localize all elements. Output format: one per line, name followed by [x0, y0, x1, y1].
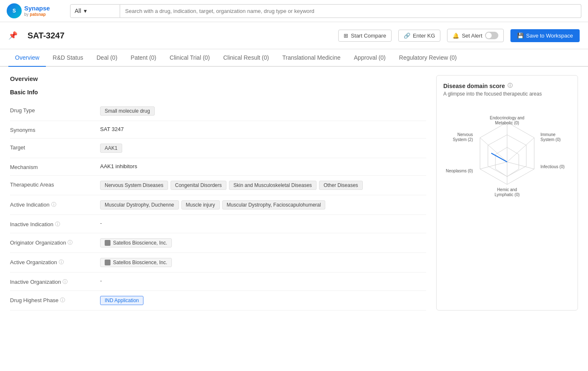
highest-phase-tag: IND Application [100, 296, 143, 305]
org-icon-2 [105, 260, 111, 265]
svg-text:System (0): System (0) [540, 137, 560, 142]
target-value: AAK1 [100, 144, 426, 153]
tab-deal-0[interactable]: Deal (0) [90, 49, 124, 67]
svg-line-7 [480, 162, 507, 169]
mechanism-value: AAK1 inhibitors [100, 163, 426, 169]
radar-svg: Endocrinology and Metabolic (0) Immune S… [443, 103, 571, 220]
enter-kg-label: Enter KG [413, 33, 435, 39]
tab-overview[interactable]: Overview [8, 49, 46, 67]
page-section-title: Overview [10, 75, 426, 82]
inactive-indication-label: Inactive Indication ⓘ [10, 220, 93, 228]
active-org-info-icon[interactable]: ⓘ [59, 259, 64, 266]
drug-type-value: Small molecule drug [100, 106, 426, 116]
active-indication-tag: Muscular Dystrophy, Facioscapulohumeral [222, 200, 326, 209]
highest-phase-info-icon[interactable]: ⓘ [60, 297, 65, 304]
target-label: Target [10, 144, 93, 151]
tab-clinical-trial-0[interactable]: Clinical Trial (0) [163, 49, 216, 67]
originator-org-value: Satellos Bioscience, Inc. [100, 238, 426, 247]
active-org-tag: Satellos Bioscience, Inc. [100, 258, 172, 267]
pin-icon: 📌 [8, 31, 18, 40]
tab-clinical-result-0[interactable]: Clinical Result (0) [216, 49, 276, 67]
active-indication-info-icon[interactable]: ⓘ [51, 201, 56, 208]
search-container: All ▾ [70, 4, 581, 18]
highest-phase-label: Drug Highest Phase ⓘ [10, 296, 93, 304]
synonyms-row: Synonyms SAT 3247 [10, 121, 426, 139]
start-compare-label: Start Compare [351, 33, 386, 39]
tab-r&d-status[interactable]: R&D Status [46, 49, 90, 67]
active-indication-tag: Muscle injury [181, 200, 220, 209]
active-org-label: Active Organization ⓘ [10, 258, 93, 266]
disease-domain-panel: Disease domain score ⓘ A glimpse into th… [436, 75, 578, 310]
save-workspace-button[interactable]: 💾 Save to Workspace [510, 29, 580, 42]
tab-translational-medicine[interactable]: Translational Medicine [276, 49, 347, 67]
highest-phase-row: Drug Highest Phase ⓘ IND Application [10, 291, 426, 310]
svg-text:Infectious (0): Infectious (0) [540, 164, 565, 169]
disease-panel-info-icon[interactable]: ⓘ [508, 82, 513, 89]
search-type-label: All [75, 8, 81, 14]
svg-text:Metabolic (0): Metabolic (0) [495, 121, 519, 125]
svg-text:Neoplasms (0): Neoplasms (0) [446, 169, 473, 173]
active-org-row: Active Organization ⓘ Satellos Bioscienc… [10, 253, 426, 273]
svg-text:Hemic and: Hemic and [497, 187, 517, 192]
save-icon: 💾 [517, 33, 524, 39]
drug-name: SAT-3247 [28, 31, 65, 40]
org-icon [105, 240, 111, 246]
inactive-indication-info-icon[interactable]: ⓘ [55, 221, 60, 228]
inactive-org-row: Inactive Organization ⓘ - [10, 273, 426, 291]
therapeutic-areas-value: Nervous System DiseasesCongenital Disord… [100, 181, 426, 190]
synonyms-value: SAT 3247 [100, 126, 426, 132]
overview-panel: Overview Basic Info Drug Type Small mole… [10, 75, 426, 310]
target-row: Target AAK1 [10, 139, 426, 158]
inactive-indication-value: - [100, 220, 426, 226]
set-alert-label: Set Alert [462, 33, 482, 39]
originator-org-label: Originator Organization ⓘ [10, 238, 93, 246]
logo-area: S Synapse by patsnap [7, 3, 65, 18]
search-type-dropdown[interactable]: All ▾ [70, 4, 120, 18]
therapeutic-area-tag: Congenital Disorders [171, 181, 226, 190]
active-indication-tag: Muscular Dystrophy, Duchenne [100, 200, 179, 209]
svg-text:System (2): System (2) [453, 137, 473, 142]
therapeutic-area-tag: Skin and Musculoskeletal Diseases [229, 181, 317, 190]
start-compare-button[interactable]: ⊞ Start Compare [338, 30, 392, 42]
tab-patent-0[interactable]: Patent (0) [124, 49, 163, 67]
alert-icon: 🔔 [452, 33, 459, 39]
drug-header: 📌 SAT-3247 ⊞ Start Compare 🔗 Enter KG 🔔 … [0, 22, 588, 49]
mechanism-label: Mechanism [10, 163, 93, 170]
logo-text: Synapse by patsnap [24, 5, 50, 17]
inactive-org-label: Inactive Organization ⓘ [10, 278, 93, 285]
set-alert-button[interactable]: 🔔 Set Alert [447, 29, 503, 42]
chevron-down-icon: ▾ [84, 8, 87, 14]
drug-type-label: Drug Type [10, 106, 93, 114]
therapeutic-area-tag: Nervous System Diseases [100, 181, 168, 190]
inactive-indication-row: Inactive Indication ⓘ - [10, 215, 426, 233]
therapeutic-area-tag: Other Diseases [319, 181, 363, 190]
inactive-org-info-icon[interactable]: ⓘ [63, 278, 68, 285]
enter-kg-button[interactable]: 🔗 Enter KG [398, 30, 440, 42]
logo-synapse: Synapse [24, 5, 50, 12]
originator-org-tag: Satellos Bioscience, Inc. [100, 238, 172, 247]
save-workspace-label: Save to Workspace [526, 33, 573, 39]
active-indication-value: Muscular Dystrophy, DuchenneMuscle injur… [100, 200, 426, 209]
compare-icon: ⊞ [344, 33, 348, 39]
mechanism-row: Mechanism AAK1 inhibitors [10, 158, 426, 176]
originator-org-info-icon[interactable]: ⓘ [68, 239, 73, 246]
inactive-org-value: - [100, 278, 426, 284]
svg-text:Immune: Immune [540, 132, 556, 137]
tab-bar: OverviewR&D StatusDeal (0)Patent (0)Clin… [0, 49, 588, 67]
synonyms-label: Synonyms [10, 126, 93, 133]
svg-text:Endocrinology and: Endocrinology and [490, 116, 525, 120]
tab-approval-0[interactable]: Approval (0) [347, 49, 392, 67]
alert-toggle[interactable] [485, 32, 498, 39]
svg-marker-9 [491, 153, 507, 162]
tab-regulatory-review-0[interactable]: Regulatory Review (0) [392, 49, 464, 67]
search-input[interactable] [120, 4, 581, 18]
highest-phase-value: IND Application [100, 296, 426, 305]
disease-panel-title: Disease domain score ⓘ [443, 82, 571, 89]
basic-info-title: Basic Info [10, 89, 426, 96]
active-org-value: Satellos Bioscience, Inc. [100, 258, 426, 267]
drug-type-tag: Small molecule drug [100, 106, 155, 116]
therapeutic-areas-row: Therapeutic Areas Nervous System Disease… [10, 176, 426, 195]
drug-type-row: Drug Type Small molecule drug [10, 101, 426, 121]
target-tag: AAK1 [100, 144, 122, 153]
therapeutic-areas-label: Therapeutic Areas [10, 181, 93, 188]
